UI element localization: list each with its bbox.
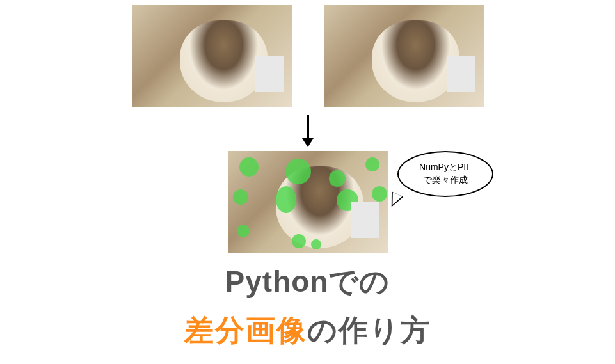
diff-marker bbox=[365, 157, 379, 171]
arrow-down-icon bbox=[301, 115, 315, 147]
speech-text-line2: で楽々作成 bbox=[423, 174, 468, 187]
diff-marker bbox=[311, 239, 321, 249]
diff-marker bbox=[292, 234, 306, 248]
title-line1: Pythonでの bbox=[184, 262, 431, 302]
speech-text-line1: NumPyとPIL bbox=[419, 161, 471, 174]
cat-image-right bbox=[324, 5, 484, 107]
diff-marker bbox=[276, 186, 296, 213]
top-image-row bbox=[132, 5, 484, 107]
bottom-image-row: NumPyとPIL で楽々作成 bbox=[228, 151, 388, 253]
diff-marker bbox=[329, 170, 346, 187]
main-container: NumPyとPIL で楽々作成 Pythonでの 差分画像の作り方 bbox=[0, 0, 615, 364]
title-line2: 差分画像の作り方 bbox=[184, 311, 431, 351]
speech-bubble: NumPyとPIL で楽々作成 bbox=[397, 151, 493, 197]
diff-cat-image bbox=[228, 151, 388, 253]
title-highlight: 差分画像 bbox=[184, 313, 307, 347]
title-rest: の作り方 bbox=[307, 313, 431, 347]
diff-marker bbox=[239, 157, 259, 177]
svg-marker-1 bbox=[302, 138, 314, 147]
cat-image-left bbox=[132, 5, 292, 107]
diff-marker bbox=[337, 189, 358, 211]
diff-marker bbox=[372, 186, 387, 202]
title-block: Pythonでの 差分画像の作り方 bbox=[184, 262, 431, 351]
diff-marker bbox=[237, 225, 250, 237]
diff-marker bbox=[285, 159, 311, 184]
diff-marker bbox=[356, 220, 372, 237]
diff-marker bbox=[233, 189, 248, 205]
